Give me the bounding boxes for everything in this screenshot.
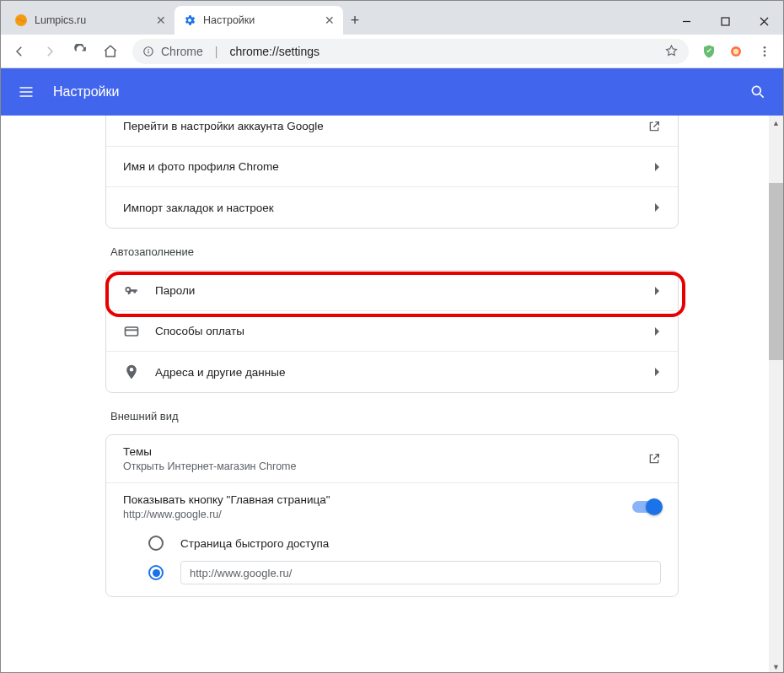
svg-point-9 [733, 48, 739, 54]
radio-icon[interactable] [148, 536, 164, 551]
key-icon [123, 283, 140, 299]
tab-lumpics[interactable]: Lumpics.ru ✕ [6, 6, 175, 35]
window-close[interactable] [744, 8, 783, 35]
section-heading-appearance: Внешний вид [110, 410, 679, 423]
row-home-button[interactable]: Показывать кнопку "Главная страница" htt… [106, 483, 678, 530]
svg-rect-2 [722, 18, 729, 25]
row-payment-methods[interactable]: Способы оплаты [106, 311, 678, 352]
nav-reload[interactable] [67, 38, 94, 65]
tab-strip: Lumpics.ru ✕ Настройки ✕ + [1, 1, 667, 35]
tab-close-icon[interactable]: ✕ [325, 13, 335, 27]
radio-new-tab-page[interactable]: Страница быстрого доступа [106, 530, 678, 556]
row-passwords[interactable]: Пароли [106, 271, 678, 311]
row-google-account[interactable]: Перейти в настройки аккаунта Google [106, 116, 678, 147]
row-label: Способы оплаты [155, 325, 639, 337]
row-label: Пароли [155, 284, 639, 297]
settings-content: Перейти в настройки аккаунта Google Имя … [1, 116, 783, 673]
scroll-down-icon[interactable]: ▼ [769, 660, 783, 673]
nav-back[interactable] [6, 38, 33, 65]
menu-icon[interactable] [18, 83, 35, 100]
svg-point-13 [752, 86, 760, 94]
row-label: Импорт закладок и настроек [123, 202, 639, 214]
location-icon [123, 363, 140, 380]
tab-close-icon[interactable]: ✕ [156, 13, 166, 27]
browser-toolbar: Chrome | chrome://settings [1, 35, 783, 68]
open-external-icon [647, 452, 661, 466]
chevron-right-icon [654, 162, 661, 172]
row-addresses[interactable]: Адреса и другие данные [106, 352, 678, 392]
window-controls [667, 8, 783, 35]
nav-forward[interactable] [36, 38, 63, 65]
radio-custom-url[interactable]: http://www.google.ru/ [106, 556, 678, 596]
svg-line-14 [760, 94, 764, 98]
omnibox-host: Chrome [161, 45, 203, 58]
tab-title: Lumpics.ru [35, 14, 86, 26]
chevron-right-icon [654, 326, 661, 336]
svg-rect-15 [126, 327, 138, 336]
row-sublabel: Открыть Интернет-магазин Chrome [123, 460, 632, 472]
appearance-card: Темы Открыть Интернет-магазин Chrome Пок… [105, 434, 679, 597]
favicon-lumpics [14, 13, 28, 27]
new-tab-button[interactable]: + [343, 8, 367, 32]
home-url-input[interactable]: http://www.google.ru/ [180, 561, 661, 584]
search-icon[interactable] [749, 83, 766, 100]
row-themes[interactable]: Темы Открыть Интернет-магазин Chrome [106, 435, 678, 483]
nav-home[interactable] [97, 38, 124, 65]
home-button-toggle[interactable] [632, 501, 661, 513]
chevron-right-icon [654, 286, 661, 296]
account-card: Перейти в настройки аккаунта Google Имя … [105, 116, 679, 229]
svg-point-10 [764, 46, 766, 49]
tab-title: Настройки [203, 14, 255, 26]
browser-menu[interactable] [751, 38, 778, 65]
row-import-bookmarks[interactable]: Импорт закладок и настроек [106, 187, 678, 228]
favicon-settings [183, 13, 196, 27]
scroll-up-icon[interactable]: ▲ [769, 116, 783, 130]
row-label: Имя и фото профиля Chrome [123, 160, 639, 173]
radio-label: Страница быстрого доступа [180, 537, 329, 550]
row-sublabel: http://www.google.ru/ [123, 509, 617, 520]
vertical-scrollbar[interactable]: ▲ ▼ [769, 116, 783, 673]
extension-cometbird-icon[interactable] [724, 40, 748, 63]
row-label: Адреса и другие данные [155, 366, 639, 379]
svg-point-11 [764, 50, 766, 52]
tab-settings[interactable]: Настройки ✕ [175, 6, 343, 35]
radio-icon[interactable] [148, 565, 164, 580]
extension-adguard-icon[interactable] [697, 40, 721, 63]
chevron-right-icon [654, 367, 661, 377]
autofill-card: Пароли Способы оплаты Адреса и другие да… [105, 270, 679, 393]
row-chrome-profile[interactable]: Имя и фото профиля Chrome [106, 147, 678, 187]
omnibox-separator: | [215, 45, 218, 58]
row-label: Перейти в настройки аккаунта Google [123, 120, 632, 132]
row-label: Показывать кнопку "Главная страница" [123, 493, 617, 506]
credit-card-icon [123, 323, 140, 340]
window-maximize[interactable] [706, 8, 744, 35]
address-bar[interactable]: Chrome | chrome://settings [132, 39, 689, 64]
open-external-icon [647, 120, 661, 133]
window-titlebar: Lumpics.ru ✕ Настройки ✕ + [1, 1, 783, 35]
site-info-icon[interactable] [142, 46, 154, 57]
chevron-right-icon [654, 202, 661, 213]
window-minimize[interactable] [667, 8, 706, 35]
svg-point-12 [764, 54, 766, 57]
bookmark-star-icon[interactable] [664, 44, 679, 58]
settings-header: Настройки [1, 68, 783, 116]
omnibox-path: chrome://settings [229, 45, 320, 58]
scrollbar-thumb[interactable] [769, 183, 783, 360]
settings-viewport: Перейти в настройки аккаунта Google Имя … [1, 116, 783, 673]
section-heading-autofill: Автозаполнение [110, 245, 679, 258]
page-title: Настройки [53, 84, 119, 100]
row-label: Темы [123, 445, 632, 458]
